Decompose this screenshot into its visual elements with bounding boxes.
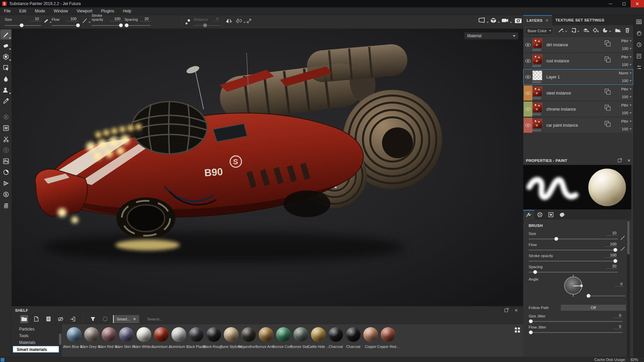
layer-row[interactable]: car paint instance Pthr 100 (524, 118, 633, 133)
grid-view-icon[interactable] (515, 327, 520, 333)
screenshot-camera-icon[interactable] (515, 17, 522, 25)
polygon-fill-tool[interactable] (0, 63, 11, 73)
channel-filter-dropdown[interactable]: Base Color (525, 27, 553, 35)
layer-opacity-dropdown[interactable]: 100 (613, 127, 632, 131)
param-slider[interactable] (529, 250, 618, 250)
layer-thumbnail[interactable] (532, 103, 542, 113)
layer-visibility-toggle[interactable] (524, 85, 532, 101)
layer-row[interactable]: dirt instance Pthr 100 (524, 37, 633, 52)
stroke-opacity-slider[interactable] (92, 25, 122, 26)
layer-row[interactable]: steel instance Pthr 100 (524, 85, 633, 101)
shelf-category-materials[interactable]: Materials (12, 339, 59, 346)
menu-mode[interactable]: Mode (31, 7, 49, 15)
menu-window[interactable]: Window (49, 7, 72, 15)
delete-layer-icon[interactable] (625, 27, 630, 35)
layer-opacity-dropdown[interactable]: 100 (613, 111, 632, 115)
shelf-material-item[interactable]: Black Plastic (187, 326, 205, 357)
spacing-slider[interactable] (124, 25, 151, 26)
shelf-folder-icon[interactable] (20, 315, 28, 323)
layer-thumbnail[interactable] (532, 119, 542, 129)
layer-blend-mode-dropdown[interactable]: Pthr (613, 87, 632, 91)
layer-blend-mode-dropdown[interactable]: Pthr (613, 55, 632, 59)
flow-control[interactable]: Flow100 (52, 16, 78, 27)
add-smart-material-icon[interactable] (602, 27, 611, 35)
layer-visibility-toggle[interactable] (524, 53, 532, 68)
mirror-settings-icon[interactable] (235, 18, 246, 25)
layer-blend-mode-dropdown[interactable]: Pthr (613, 39, 632, 43)
shelf-material-item[interactable]: Alien White ... (135, 326, 153, 357)
paint-tool[interactable] (0, 29, 11, 40)
param-slider[interactable] (529, 261, 618, 261)
layer-name[interactable]: chrome instance (544, 102, 603, 117)
close-panel-icon[interactable]: ✕ (627, 158, 631, 163)
properties-scrollbar[interactable] (627, 220, 630, 357)
follow-path-toggle[interactable]: Off (561, 305, 626, 311)
hide-resources-icon[interactable] (56, 315, 64, 323)
layers-panel-icon[interactable] (634, 17, 644, 26)
refresh-icon[interactable] (101, 315, 109, 323)
menu-file[interactable]: File (0, 7, 15, 15)
texture-set-list-icon[interactable] (634, 51, 644, 61)
iray-renderer[interactable] (0, 167, 11, 177)
minimize-button[interactable] (604, 0, 617, 7)
layer-blend-mode-dropdown[interactable]: Norm (613, 71, 632, 75)
add-effect-wand-icon[interactable] (558, 27, 567, 35)
shelf-category-tools[interactable]: Tools (12, 333, 59, 339)
flow-slider[interactable] (52, 25, 78, 26)
menu-help[interactable]: Help (119, 7, 136, 15)
filter-funnel-icon[interactable] (89, 315, 97, 323)
tab-stencil[interactable] (545, 210, 556, 220)
angle-control[interactable]: Angle 0 (529, 276, 626, 300)
shelf-material-item[interactable]: Bronze Arm... (257, 326, 275, 357)
shelf-material-item[interactable]: Alien Blue S... (65, 326, 83, 357)
stroke-opacity-control[interactable]: Stroke opacity100 (92, 16, 122, 27)
popout-panel-icon[interactable] (504, 309, 508, 312)
close-tab-icon[interactable]: ✕ (545, 18, 548, 23)
param-slider[interactable] (529, 272, 618, 273)
color-picker-tool[interactable] (0, 96, 11, 106)
shader-settings-icon[interactable] (634, 28, 644, 38)
close-panel-icon[interactable]: ✕ (515, 308, 518, 313)
flow-jitter-control[interactable]: Flow Jitter0 (529, 324, 623, 333)
layer-opacity-dropdown[interactable]: 100 (613, 95, 632, 99)
tab-texture-set-settings[interactable]: TEXTURE SET SETTINGS (552, 15, 608, 25)
layer-blend-mode-dropdown[interactable]: Pthr (613, 119, 632, 123)
angle-value[interactable]: 0 (614, 282, 624, 287)
layer-blend-mode-dropdown[interactable]: Pthr (613, 103, 632, 107)
tab-brush[interactable] (523, 210, 534, 220)
layer-name[interactable]: car paint instance (544, 118, 603, 133)
smudge-tool[interactable] (0, 74, 11, 84)
layer-thumbnail[interactable] (532, 38, 542, 48)
layer-opacity-dropdown[interactable]: 100 (613, 79, 632, 83)
shelf-scrollbar[interactable] (59, 324, 62, 357)
symmetry-icon[interactable] (225, 18, 233, 25)
shelf-material-item[interactable]: Copper Red... (379, 326, 397, 357)
add-fill-layer-icon[interactable] (593, 27, 599, 35)
shelf-material-item[interactable]: Aluminium ... (170, 326, 187, 357)
clone-tool[interactable] (0, 85, 11, 95)
add-folder-icon[interactable] (615, 27, 621, 35)
projection-tool[interactable] (0, 52, 11, 62)
size-jitter-slider[interactable] (529, 321, 623, 322)
layer-name[interactable]: Layer 1 (544, 69, 603, 84)
shelf-material-item[interactable]: Aluminium ... (153, 326, 170, 357)
param-slider[interactable] (529, 239, 618, 239)
substance-badge[interactable]: S (0, 145, 11, 155)
layer-row[interactable]: chrome instance Pthr 100 (524, 102, 633, 117)
spacing-value[interactable]: 20 (140, 17, 151, 21)
new-resource-icon[interactable] (32, 315, 40, 323)
material-mode-tool[interactable]: M (0, 123, 11, 133)
send-to-substance[interactable]: S (0, 178, 11, 188)
shelf-search-input[interactable]: Search... (147, 317, 248, 321)
layer-row[interactable]: Layer 1 Norm 100 (524, 69, 633, 84)
add-mask-icon[interactable] (571, 27, 579, 35)
size-value[interactable]: 10 (30, 17, 41, 21)
history-icon[interactable] (634, 40, 644, 49)
layer-thumbnail[interactable] (532, 70, 542, 80)
size-slider[interactable] (5, 25, 41, 26)
display-settings-icon[interactable] (634, 63, 644, 72)
shelf-category-smart-materials[interactable]: Smart materials (13, 346, 59, 353)
spacing-control[interactable]: Spacing20 (124, 16, 151, 27)
brush-tip-preset-icon[interactable] (43, 18, 52, 25)
layer-opacity-dropdown[interactable]: 100 (613, 63, 632, 67)
